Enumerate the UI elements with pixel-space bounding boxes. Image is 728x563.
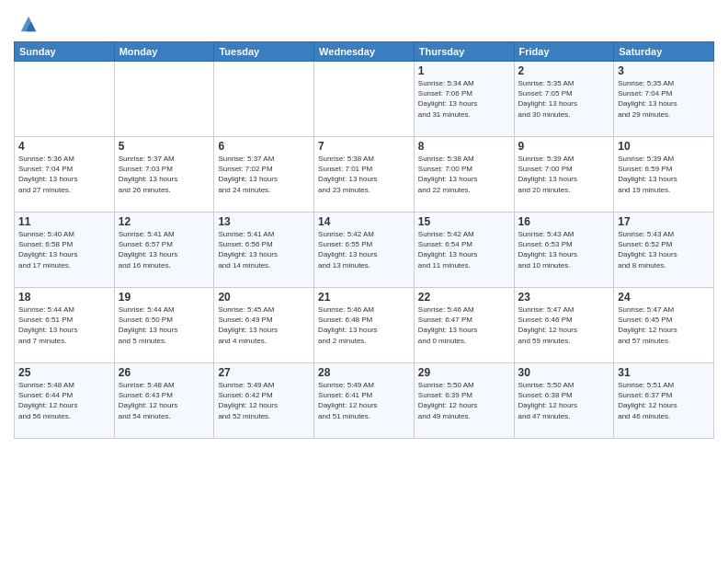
day-number: 16 [518, 215, 610, 228]
calendar-cell: 24Sunrise: 5:47 AM Sunset: 6:45 PM Dayli… [614, 288, 714, 363]
calendar-cell: 17Sunrise: 5:43 AM Sunset: 6:52 PM Dayli… [614, 213, 714, 288]
calendar-cell: 9Sunrise: 5:39 AM Sunset: 7:00 PM Daylig… [514, 137, 614, 213]
day-number: 22 [418, 291, 510, 304]
calendar-cell: 3Sunrise: 5:35 AM Sunset: 7:04 PM Daylig… [614, 62, 714, 137]
calendar-body: 1Sunrise: 5:34 AM Sunset: 7:06 PM Daylig… [15, 62, 714, 439]
day-info: Sunrise: 5:41 AM Sunset: 6:57 PM Dayligh… [119, 229, 210, 270]
calendar-cell: 14Sunrise: 5:42 AM Sunset: 6:55 PM Dayli… [314, 213, 415, 288]
day-info: Sunrise: 5:48 AM Sunset: 6:43 PM Dayligh… [119, 380, 210, 421]
day-number: 27 [218, 366, 310, 379]
calendar-cell: 16Sunrise: 5:43 AM Sunset: 6:53 PM Dayli… [514, 213, 614, 288]
day-number: 18 [18, 291, 110, 304]
day-number: 23 [518, 291, 610, 304]
day-number: 5 [119, 140, 210, 153]
calendar-week-1: 1Sunrise: 5:34 AM Sunset: 7:06 PM Daylig… [15, 62, 714, 137]
day-number: 14 [318, 215, 410, 228]
day-info: Sunrise: 5:46 AM Sunset: 6:48 PM Dayligh… [318, 304, 410, 346]
calendar-cell: 21Sunrise: 5:46 AM Sunset: 6:48 PM Dayli… [314, 288, 415, 363]
day-number: 25 [18, 366, 110, 379]
calendar-cell: 13Sunrise: 5:41 AM Sunset: 6:56 PM Dayli… [214, 213, 314, 288]
header [14, 9, 714, 34]
day-info: Sunrise: 5:35 AM Sunset: 7:05 PM Dayligh… [518, 78, 610, 120]
calendar-cell: 15Sunrise: 5:42 AM Sunset: 6:54 PM Dayli… [414, 213, 514, 288]
day-info: Sunrise: 5:51 AM Sunset: 6:37 PM Dayligh… [618, 380, 710, 421]
calendar-cell: 27Sunrise: 5:49 AM Sunset: 6:42 PM Dayli… [214, 363, 314, 439]
weekday-header-monday: Monday [114, 42, 214, 62]
day-number: 2 [518, 64, 610, 77]
day-number: 12 [119, 215, 210, 228]
day-number: 9 [518, 140, 610, 153]
weekday-header-row: SundayMondayTuesdayWednesdayThursdayFrid… [15, 42, 714, 62]
calendar-cell [15, 62, 115, 137]
day-number: 29 [418, 366, 510, 379]
day-info: Sunrise: 5:47 AM Sunset: 6:46 PM Dayligh… [518, 304, 610, 346]
day-number: 1 [418, 64, 510, 77]
day-number: 6 [218, 140, 310, 153]
calendar-cell [214, 62, 314, 137]
day-info: Sunrise: 5:34 AM Sunset: 7:06 PM Dayligh… [418, 78, 510, 120]
day-info: Sunrise: 5:43 AM Sunset: 6:52 PM Dayligh… [618, 229, 710, 270]
day-info: Sunrise: 5:41 AM Sunset: 6:56 PM Dayligh… [218, 229, 310, 270]
day-number: 21 [318, 291, 410, 304]
calendar-container: SundayMondayTuesdayWednesdayThursdayFrid… [0, 0, 728, 443]
day-info: Sunrise: 5:48 AM Sunset: 6:44 PM Dayligh… [18, 380, 110, 421]
day-info: Sunrise: 5:39 AM Sunset: 7:00 PM Dayligh… [518, 154, 610, 195]
day-number: 8 [418, 140, 510, 153]
day-number: 13 [218, 215, 310, 228]
day-number: 30 [518, 366, 610, 379]
day-info: Sunrise: 5:40 AM Sunset: 6:58 PM Dayligh… [18, 229, 110, 270]
logo [14, 14, 39, 34]
calendar-cell: 23Sunrise: 5:47 AM Sunset: 6:46 PM Dayli… [514, 288, 614, 363]
day-info: Sunrise: 5:44 AM Sunset: 6:50 PM Dayligh… [119, 304, 210, 346]
calendar-cell: 25Sunrise: 5:48 AM Sunset: 6:44 PM Dayli… [15, 363, 115, 439]
calendar-cell: 2Sunrise: 5:35 AM Sunset: 7:05 PM Daylig… [514, 62, 614, 137]
day-number: 7 [318, 140, 410, 153]
calendar-header: SundayMondayTuesdayWednesdayThursdayFrid… [15, 42, 714, 62]
day-info: Sunrise: 5:50 AM Sunset: 6:39 PM Dayligh… [418, 380, 510, 421]
day-info: Sunrise: 5:47 AM Sunset: 6:45 PM Dayligh… [618, 304, 710, 346]
weekday-header-friday: Friday [514, 42, 614, 62]
day-info: Sunrise: 5:42 AM Sunset: 6:54 PM Dayligh… [418, 229, 510, 270]
day-number: 28 [318, 366, 410, 379]
calendar-cell: 12Sunrise: 5:41 AM Sunset: 6:57 PM Dayli… [114, 213, 214, 288]
calendar-cell: 1Sunrise: 5:34 AM Sunset: 7:06 PM Daylig… [414, 62, 514, 137]
day-info: Sunrise: 5:45 AM Sunset: 6:49 PM Dayligh… [218, 304, 310, 346]
calendar-cell: 5Sunrise: 5:37 AM Sunset: 7:03 PM Daylig… [114, 137, 214, 213]
calendar-cell: 31Sunrise: 5:51 AM Sunset: 6:37 PM Dayli… [614, 363, 714, 439]
day-info: Sunrise: 5:49 AM Sunset: 6:41 PM Dayligh… [318, 380, 410, 421]
day-number: 19 [119, 291, 210, 304]
calendar-cell: 18Sunrise: 5:44 AM Sunset: 6:51 PM Dayli… [15, 288, 115, 363]
day-info: Sunrise: 5:39 AM Sunset: 6:59 PM Dayligh… [618, 154, 710, 195]
calendar-week-4: 18Sunrise: 5:44 AM Sunset: 6:51 PM Dayli… [15, 288, 714, 363]
calendar-cell: 30Sunrise: 5:50 AM Sunset: 6:38 PM Dayli… [514, 363, 614, 439]
day-number: 4 [18, 140, 110, 153]
calendar-cell [114, 62, 214, 137]
calendar-week-3: 11Sunrise: 5:40 AM Sunset: 6:58 PM Dayli… [15, 213, 714, 288]
calendar-cell [314, 62, 415, 137]
logo-icon [18, 14, 39, 34]
day-number: 26 [119, 366, 210, 379]
day-number: 3 [618, 64, 710, 77]
calendar-cell: 28Sunrise: 5:49 AM Sunset: 6:41 PM Dayli… [314, 363, 415, 439]
day-info: Sunrise: 5:44 AM Sunset: 6:51 PM Dayligh… [18, 304, 110, 346]
day-info: Sunrise: 5:38 AM Sunset: 7:01 PM Dayligh… [318, 154, 410, 195]
day-info: Sunrise: 5:49 AM Sunset: 6:42 PM Dayligh… [218, 380, 310, 421]
calendar-cell: 11Sunrise: 5:40 AM Sunset: 6:58 PM Dayli… [15, 213, 115, 288]
calendar-cell: 7Sunrise: 5:38 AM Sunset: 7:01 PM Daylig… [314, 137, 415, 213]
day-info: Sunrise: 5:37 AM Sunset: 7:02 PM Dayligh… [218, 154, 310, 195]
day-info: Sunrise: 5:46 AM Sunset: 6:47 PM Dayligh… [418, 304, 510, 346]
day-info: Sunrise: 5:43 AM Sunset: 6:53 PM Dayligh… [518, 229, 610, 270]
day-info: Sunrise: 5:35 AM Sunset: 7:04 PM Dayligh… [618, 78, 710, 120]
calendar-cell: 19Sunrise: 5:44 AM Sunset: 6:50 PM Dayli… [114, 288, 214, 363]
calendar-table: SundayMondayTuesdayWednesdayThursdayFrid… [14, 41, 714, 439]
calendar-cell: 10Sunrise: 5:39 AM Sunset: 6:59 PM Dayli… [614, 137, 714, 213]
calendar-cell: 4Sunrise: 5:36 AM Sunset: 7:04 PM Daylig… [15, 137, 115, 213]
calendar-cell: 22Sunrise: 5:46 AM Sunset: 6:47 PM Dayli… [414, 288, 514, 363]
day-info: Sunrise: 5:36 AM Sunset: 7:04 PM Dayligh… [18, 154, 110, 195]
day-info: Sunrise: 5:42 AM Sunset: 6:55 PM Dayligh… [318, 229, 410, 270]
day-number: 15 [418, 215, 510, 228]
weekday-header-saturday: Saturday [614, 42, 714, 62]
calendar-week-2: 4Sunrise: 5:36 AM Sunset: 7:04 PM Daylig… [15, 137, 714, 213]
day-info: Sunrise: 5:38 AM Sunset: 7:00 PM Dayligh… [418, 154, 510, 195]
day-number: 11 [18, 215, 110, 228]
